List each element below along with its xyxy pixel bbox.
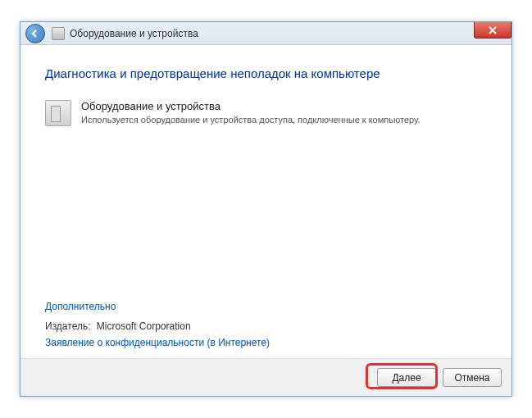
item-description: Используется оборудование и устройства д…: [81, 114, 487, 125]
publisher-row: Издатель: Microsoft Corporation: [45, 320, 270, 332]
next-button[interactable]: Далее: [377, 368, 436, 387]
publisher-label: Издатель:: [45, 320, 91, 332]
wizard-window: Оборудование и устройства Диагностика и …: [20, 21, 512, 397]
device-icon: [45, 100, 71, 126]
close-button[interactable]: [474, 22, 512, 39]
advanced-link[interactable]: Дополнительно: [45, 301, 270, 312]
publisher-value: Microsoft Corporation: [97, 320, 191, 332]
content-area: Диагностика и предотвращение неполадок н…: [20, 45, 512, 358]
arrow-left-icon: [30, 29, 40, 39]
troubleshooter-item: Оборудование и устройства Используется о…: [45, 100, 487, 126]
item-title: Оборудование и устройства: [81, 100, 487, 112]
window-title: Оборудование и устройства: [70, 28, 198, 39]
privacy-link[interactable]: Заявление о конфиденциальности (в Интерн…: [45, 337, 270, 348]
cancel-button[interactable]: Отмена: [443, 368, 502, 387]
back-button[interactable]: [25, 24, 45, 43]
item-text: Оборудование и устройства Используется о…: [81, 100, 487, 125]
main-heading: Диагностика и предотвращение неполадок н…: [45, 66, 487, 80]
close-icon: [489, 26, 497, 34]
footer: Далее Отмена: [20, 358, 512, 396]
window-icon: [52, 27, 65, 40]
bottom-links: Дополнительно Издатель: Microsoft Corpor…: [45, 301, 270, 348]
titlebar: Оборудование и устройства: [20, 22, 512, 45]
